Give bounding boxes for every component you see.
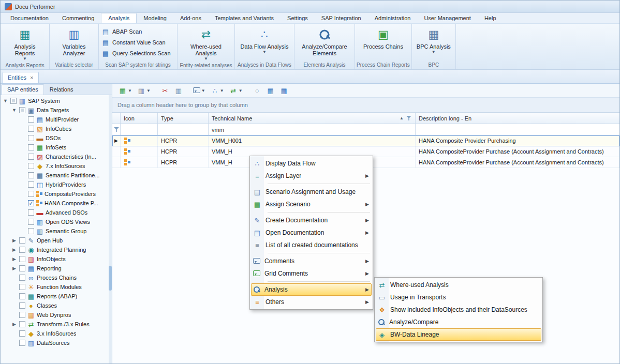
- bpc-analysis-button[interactable]: ▦ BPC Analysis ▼: [414, 25, 454, 55]
- checkbox[interactable]: [19, 247, 25, 253]
- tree-item-characteristics[interactable]: ▨ Characteristics (In...: [1, 152, 112, 161]
- submenu-item-show-included-infoobjects[interactable]: ❖ Show included InfoObjects and their Da…: [376, 304, 541, 316]
- tab-modeling[interactable]: Modeling: [137, 13, 173, 23]
- tree-item-infosets[interactable]: ▦ InfoSets: [1, 143, 112, 152]
- tree-item-datasources[interactable]: ▥ DataSources: [1, 338, 112, 347]
- tree-item-data-targets[interactable]: ▼ ▣ Data Targets: [1, 105, 112, 115]
- menu-item-display-data-flow[interactable]: ∴ Display Data Flow: [251, 157, 372, 170]
- tree-item-web-dynpros[interactable]: ▦ Web Dynpros: [1, 310, 112, 320]
- filter-cell-type[interactable]: [158, 124, 209, 135]
- abap-scan-button[interactable]: ▤ ABAP Scan: [100, 27, 145, 36]
- filter-cell-description[interactable]: [416, 124, 619, 135]
- tab-administration[interactable]: Administration: [368, 13, 418, 23]
- checkbox[interactable]: [19, 293, 25, 299]
- tab-analysis[interactable]: Analysis: [101, 13, 137, 23]
- tab-help[interactable]: Help: [478, 13, 503, 23]
- checkbox[interactable]: [28, 135, 34, 141]
- query-selections-scan-button[interactable]: ▤ Query-Selections Scan: [100, 49, 174, 58]
- tree-item-infocubes[interactable]: ▧ InfoCubes: [1, 124, 112, 133]
- tree-item-reports-abap[interactable]: ▤ Reports (ABAP): [1, 292, 112, 301]
- tab-sap-entities[interactable]: SAP entities: [2, 84, 44, 95]
- tree-item-sap-system[interactable]: ▼ ▦ SAP System: [1, 96, 112, 105]
- tree-item-infoobjects[interactable]: ▶ ▥ InfoObjects: [1, 254, 112, 264]
- submenu-item-where-used-analysis[interactable]: ⇄ Where-used Analysis: [376, 279, 541, 291]
- tree-item-compositeproviders[interactable]: CompositeProviders: [1, 189, 112, 199]
- tree-item-dsos[interactable]: ▬ DSOs: [1, 133, 112, 143]
- columns-button[interactable]: ▥: [172, 85, 185, 96]
- refresh-button[interactable]: ⇄▼: [227, 85, 245, 96]
- tree-item-hana-composite-providers[interactable]: ✓ HANA Composite P...: [1, 199, 112, 208]
- column-header-technical-name[interactable]: Technical Name ▲: [209, 113, 416, 124]
- where-used-analysis-button[interactable]: ⇄ Where-used Analysis ▼: [179, 25, 233, 62]
- checkbox[interactable]: [19, 237, 25, 244]
- expander-open-icon[interactable]: ▼: [11, 108, 18, 113]
- group-by-bar[interactable]: Drag a column header here to group by th…: [112, 98, 619, 113]
- tab-entities[interactable]: Entities ×: [3, 72, 39, 83]
- analyze-compare-elements-button[interactable]: Analyze/Compare Elements: [296, 25, 353, 57]
- checkbox[interactable]: [19, 321, 25, 327]
- data-flow-button[interactable]: ∴▼: [209, 85, 226, 96]
- comments-button[interactable]: ▼: [191, 85, 208, 96]
- menu-item-create-documentation[interactable]: ✎ Create Documentation ▶: [251, 214, 372, 226]
- tree-item-classes[interactable]: ● Classes: [1, 301, 112, 310]
- grid-check-button[interactable]: ▥▼: [135, 85, 153, 96]
- expander-closed-icon[interactable]: ▶: [11, 238, 18, 243]
- tree-item-advanced-dsos[interactable]: ▬ Advanced DSOs: [1, 208, 112, 217]
- column-header-icon[interactable]: Icon: [121, 113, 158, 124]
- tab-relations[interactable]: Relations: [44, 84, 79, 95]
- checkbox[interactable]: [19, 302, 25, 309]
- menu-item-comments[interactable]: Comments ▶: [251, 255, 372, 267]
- checkbox[interactable]: [28, 191, 34, 197]
- checkbox[interactable]: [28, 172, 34, 178]
- checkbox[interactable]: [19, 265, 25, 271]
- checkbox[interactable]: [19, 256, 25, 262]
- tree-item-open-hub[interactable]: ▶ ✎ Open Hub: [1, 236, 112, 245]
- tree-item-process-chains[interactable]: ∞ Process Chains: [1, 273, 112, 282]
- tree-item-transformations[interactable]: ▶ ⇄ Transform./3.x Rules: [1, 320, 112, 329]
- checkbox[interactable]: [10, 98, 17, 104]
- menu-item-grid-comments[interactable]: Grid Comments ▶: [251, 267, 372, 280]
- menu-item-assign-layer[interactable]: ≡ Assign Layer ▶: [251, 170, 372, 182]
- checkbox[interactable]: [28, 209, 34, 216]
- chart-report-button[interactable]: ▦▼: [116, 85, 134, 96]
- submenu-item-analyze-compare[interactable]: Analyze/Compare: [376, 316, 541, 328]
- column-header-description[interactable]: Description long - En: [416, 113, 619, 124]
- grid-row-1[interactable]: ▶ HCPR VMM_H001 HANA Composite Provider …: [112, 135, 619, 146]
- checkbox[interactable]: [28, 219, 34, 225]
- menu-item-assign-scenario[interactable]: ▤ Assign Scenario ▶: [251, 198, 372, 210]
- checkbox[interactable]: [19, 330, 25, 337]
- tab-settings[interactable]: Settings: [281, 13, 315, 23]
- tab-documentation[interactable]: Documentation: [4, 13, 55, 23]
- expander-closed-icon[interactable]: ▶: [11, 266, 18, 271]
- checkbox[interactable]: [28, 144, 34, 150]
- menu-item-others[interactable]: ≡ Others ▶: [251, 296, 372, 308]
- tree-item-open-ods-views[interactable]: ▥ Open ODS Views: [1, 217, 112, 226]
- expander-open-icon[interactable]: ▼: [2, 98, 9, 103]
- tree-item-integrated-planning[interactable]: ▶ ◉ Integrated Planning: [1, 245, 112, 254]
- checkbox[interactable]: [19, 107, 25, 113]
- analysis-reports-button[interactable]: ▦ Analysis Reports ▼: [2, 25, 48, 62]
- tab-commenting[interactable]: Commenting: [55, 13, 101, 23]
- tree-item-7x-infosources[interactable]: ◆ 7.x InfoSources: [1, 161, 112, 171]
- checkbox[interactable]: [19, 340, 25, 346]
- menu-item-list-of-all-created-documentations[interactable]: ≡ List of all created documentations: [251, 239, 372, 251]
- column-header-type[interactable]: Type: [158, 113, 209, 124]
- tree-item-3x-infosources[interactable]: ◆ 3.x InfoSources: [1, 329, 112, 338]
- tree-item-multiprovider[interactable]: ▤ MultiProvider: [1, 115, 112, 124]
- tab-sap-integration[interactable]: SAP Integration: [315, 13, 368, 23]
- expander-closed-icon[interactable]: ▶: [11, 247, 18, 252]
- filter-cell-icon[interactable]: [121, 124, 158, 135]
- filter-cell-technical-name[interactable]: vmm: [209, 124, 416, 135]
- menu-item-open-documentation[interactable]: ▤ Open Documentation ▶: [251, 226, 372, 239]
- remove-red-button[interactable]: ✂: [159, 85, 171, 96]
- checkbox[interactable]: [28, 116, 34, 123]
- constant-value-scan-button[interactable]: ▤ Constant Value Scan: [100, 38, 169, 47]
- checkbox[interactable]: [28, 228, 34, 234]
- tree-item-function-modules[interactable]: ✳ Function Modules: [1, 282, 112, 292]
- submenu-item-usage-in-transports[interactable]: ▭ Usage in Transports: [376, 291, 541, 304]
- submenu-item-bw-data-lineage[interactable]: ◈ BW-Data Lineage: [376, 328, 541, 341]
- tab-templates-and-variants[interactable]: Templates and Variants: [208, 13, 281, 23]
- tree-item-hybridproviders[interactable]: ◫ HybridProviders: [1, 180, 112, 189]
- checkbox[interactable]: [19, 275, 25, 281]
- menu-item-analysis[interactable]: Analysis ▶: [251, 283, 372, 296]
